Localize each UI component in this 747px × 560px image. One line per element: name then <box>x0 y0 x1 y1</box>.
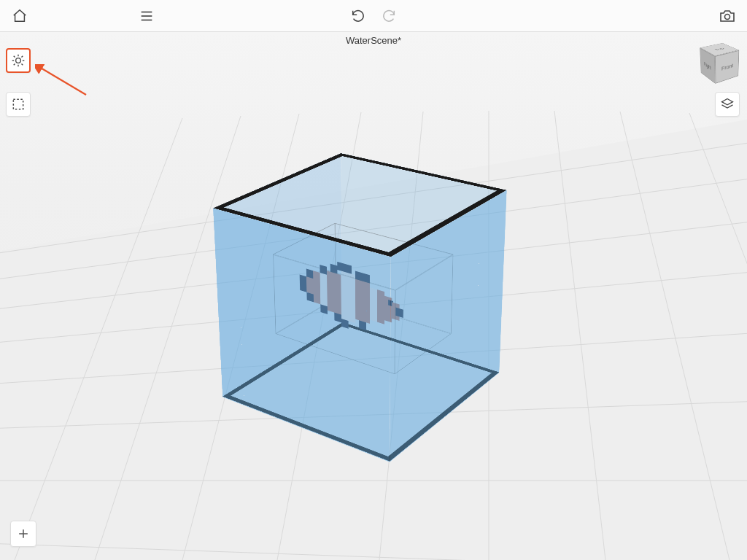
render-mode-button[interactable] <box>6 48 31 73</box>
redo-icon <box>381 8 397 24</box>
view-cube[interactable]: Top Right Front <box>700 41 740 81</box>
toolbar-left <box>10 7 156 26</box>
svg-rect-13 <box>13 99 23 109</box>
layers-icon <box>720 97 735 112</box>
svg-point-4 <box>16 58 21 63</box>
toolbar-center <box>349 7 398 26</box>
annotation-arrow <box>35 64 93 101</box>
add-button[interactable] <box>10 521 36 547</box>
home-button[interactable] <box>10 7 29 26</box>
top-toolbar <box>0 0 747 32</box>
undo-icon <box>350 8 366 24</box>
menu-icon <box>139 8 155 24</box>
svg-line-10 <box>22 64 23 66</box>
svg-line-14 <box>39 67 86 95</box>
svg-marker-15 <box>722 99 733 105</box>
redo-button[interactable] <box>379 7 398 26</box>
svg-line-11 <box>14 64 15 66</box>
svg-line-12 <box>22 56 23 58</box>
svg-point-3 <box>725 14 730 19</box>
scene-object-aquarium[interactable] <box>0 32 747 560</box>
sun-icon <box>11 53 26 68</box>
svg-line-9 <box>14 56 15 58</box>
viewcube-front[interactable]: Front <box>715 50 739 84</box>
menu-button[interactable] <box>137 7 156 26</box>
camera-icon <box>719 7 736 25</box>
camera-button[interactable] <box>718 7 737 26</box>
selection-box-icon <box>11 97 26 112</box>
toolbar-right <box>718 7 737 26</box>
selection-tool-button[interactable] <box>6 92 31 117</box>
document-title: WaterScene* <box>346 35 401 46</box>
plus-icon <box>16 526 31 541</box>
home-icon <box>12 8 28 24</box>
undo-button[interactable] <box>349 7 368 26</box>
layers-button[interactable] <box>715 92 740 117</box>
